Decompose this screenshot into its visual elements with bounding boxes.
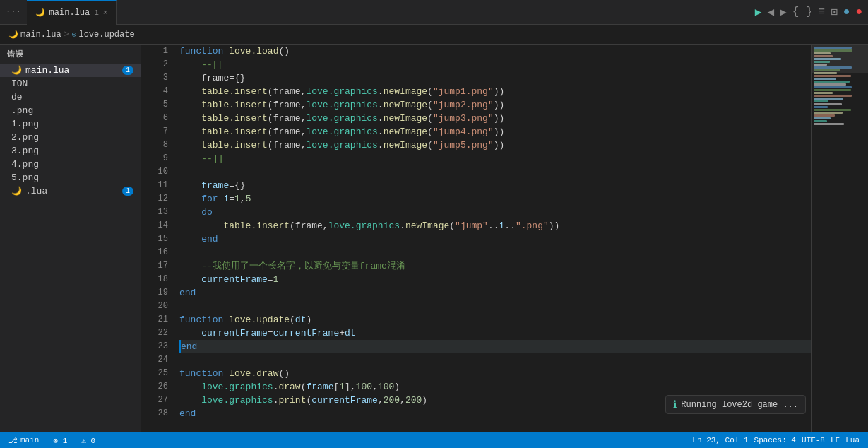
line-num-9: 9	[150, 152, 168, 165]
sidebar-item-mainlua[interactable]: 🌙 main.lua 1	[0, 64, 141, 77]
token-op: ,	[400, 394, 405, 407]
token-op: .	[273, 394, 279, 407]
sidebar-1png-label: 1.png	[11, 119, 39, 129]
spaces-text: Spaces: 4	[754, 436, 796, 444]
sidebar-item-2png[interactable]: 2.png	[0, 131, 141, 144]
running-indicator: ℹ Running love2d game ...	[665, 395, 806, 414]
token-str: "jump5.png"	[433, 138, 494, 152]
token-str: "jump"	[455, 219, 488, 232]
code-line-6: table.insert(frame,love.graphics.newImag…	[179, 112, 811, 125]
minimap-line	[814, 86, 852, 88]
sidebar-item-ion[interactable]: ION	[0, 77, 141, 90]
editor-area: 1234567891011121314151617181920212223242…	[141, 45, 811, 432]
minimap-line	[814, 112, 843, 114]
code-line-17: --我使用了一个长名字，以避免与变量frame混淆	[179, 259, 811, 273]
sidebar-5png-label: 5.png	[11, 172, 39, 183]
code-line-12: for i=1,5	[179, 192, 811, 206]
token-op: ,	[372, 380, 378, 394]
sidebar-item-de[interactable]: de	[0, 90, 141, 104]
code-content[interactable]: function love.load() --[[ frame={} table…	[177, 45, 811, 432]
token-op: (	[301, 380, 307, 394]
code-line-24	[179, 353, 811, 367]
token-fn: newImage	[384, 98, 427, 112]
token-comment: --我使用了一个长名字，以避免与变量frame混淆	[179, 259, 405, 273]
code-line-22: currentFrame=currentFrame+dt	[179, 326, 811, 340]
token-op: (	[449, 219, 455, 232]
status-language[interactable]: Lua	[843, 436, 862, 444]
line-num-27: 27	[150, 394, 168, 407]
token-kw: for	[179, 192, 223, 206]
status-warnings[interactable]: ⚠ 0	[78, 436, 98, 445]
breadcrumb-sep1: >	[64, 30, 69, 40]
token-ns: love.graphics	[179, 394, 273, 407]
status-errors[interactable]: ⊗ 1	[50, 436, 70, 445]
list-icon[interactable]: ≡	[819, 6, 826, 18]
lua-icon: 🌙	[11, 65, 22, 76]
sidebar-item-4png[interactable]: 4.png	[0, 158, 141, 171]
tab-badge: 1	[94, 8, 99, 17]
token-op: ))	[494, 112, 505, 125]
language-text: Lua	[845, 436, 860, 444]
token-num: 1	[234, 192, 240, 206]
breadcrumb: 🌙 main.lua > ⊙ love.update	[0, 25, 868, 45]
bracket-icon[interactable]: { }	[792, 6, 813, 18]
tab-close-icon[interactable]: ×	[103, 8, 108, 17]
sidebar-de-label: de	[11, 92, 23, 102]
code-line-13: do	[179, 206, 811, 219]
code-line-25: function love.draw()	[179, 367, 811, 380]
line-num-4: 4	[150, 85, 168, 98]
token-op: ={}	[229, 179, 245, 192]
token-num: 100	[356, 380, 372, 394]
sidebar-item-lua[interactable]: 🌙 .lua 1	[0, 184, 141, 198]
line-num-8: 8	[150, 138, 168, 152]
status-encoding[interactable]: UTF-8	[799, 436, 828, 444]
sidebar-item-5png[interactable]: 5.png	[0, 171, 141, 184]
code-container[interactable]: 1234567891011121314151617181920212223242…	[141, 45, 811, 432]
minimap-line	[814, 114, 835, 117]
code-line-14: table.insert(frame,love.graphics.newImag…	[179, 219, 811, 232]
line-num-28: 28	[150, 407, 168, 420]
token-num: 200	[405, 394, 422, 407]
breadcrumb-file[interactable]: main.lua	[20, 30, 61, 40]
ellipsis-menu[interactable]: ···	[6, 7, 21, 17]
breadcrumb-symbol[interactable]: love.update	[78, 30, 134, 40]
line-num-7: 7	[150, 125, 168, 138]
token-fn: newImage	[384, 138, 427, 152]
token-op: .	[378, 98, 384, 112]
token-op: (	[290, 313, 295, 326]
token-op: ))	[494, 125, 505, 138]
lua-file-icon: 🌙	[35, 8, 45, 17]
sidebar-item-3png[interactable]: 3.png	[0, 144, 141, 158]
code-line-19: end	[179, 286, 811, 300]
code-line-8: table.insert(frame,love.graphics.newImag…	[179, 138, 811, 152]
debug-next-icon[interactable]: ▶	[780, 5, 787, 19]
token-op: ..	[488, 219, 499, 232]
token-fn: love.draw	[229, 367, 278, 380]
status-eol[interactable]: LF	[828, 436, 843, 444]
status-spaces[interactable]: Spaces: 4	[751, 436, 799, 444]
circle-icon1[interactable]: ●	[843, 6, 850, 18]
minimap-line	[814, 92, 833, 94]
run-icon[interactable]: ▶	[755, 5, 762, 19]
line-num-3: 3	[150, 71, 168, 85]
token-op: ))	[549, 219, 560, 232]
line-numbers: 1234567891011121314151617181920212223242…	[141, 45, 177, 432]
token-op: (frame,	[268, 112, 307, 125]
token-fn: newImage	[384, 112, 427, 125]
token-var: currentFrame	[179, 273, 268, 286]
debug-prev-icon[interactable]: ◀	[767, 5, 774, 19]
token-fn: table.insert	[179, 219, 290, 232]
grid-icon[interactable]: ⊡	[831, 5, 838, 19]
running-dot-icon: ℹ	[673, 399, 677, 411]
token-op: (	[427, 112, 433, 125]
main-lua-tab[interactable]: 🌙 main.lua 1 ×	[27, 0, 117, 25]
status-branch[interactable]: ⎇ main	[6, 436, 42, 445]
code-line-4: table.insert(frame,love.graphics.newImag…	[179, 85, 811, 98]
code-line-15: end	[179, 232, 811, 246]
status-line-col[interactable]: Ln 23, Col 1	[689, 436, 751, 444]
sidebar-item-png[interactable]: .png	[0, 104, 141, 117]
circle-icon2[interactable]: ●	[855, 6, 862, 18]
sidebar-item-1png[interactable]: 1.png	[0, 117, 141, 131]
encoding-text: UTF-8	[802, 436, 825, 444]
line-num-17: 17	[150, 259, 168, 273]
